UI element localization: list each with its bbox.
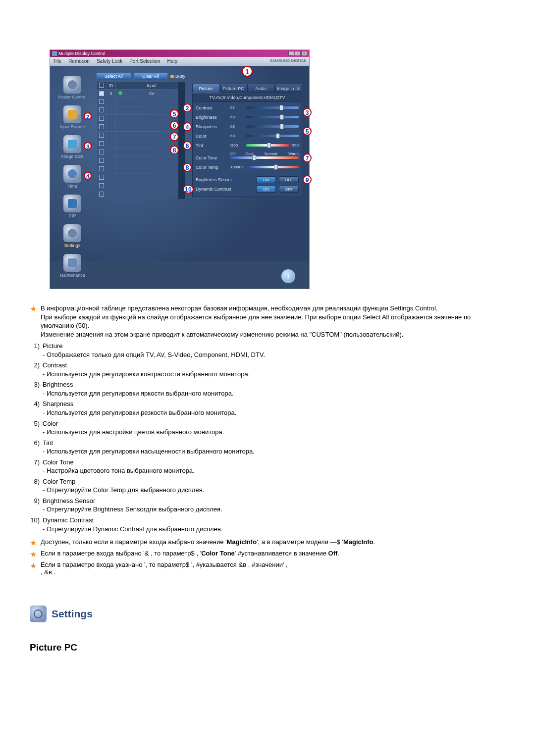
titlebar: Multiple Display Control _ □ × xyxy=(50,50,309,57)
table-row[interactable]: ✓0AV xyxy=(97,90,178,98)
checkbox[interactable] xyxy=(99,183,104,188)
checkbox[interactable] xyxy=(99,166,104,171)
star-icon: ★ xyxy=(30,538,37,548)
checkbox[interactable] xyxy=(99,175,104,180)
table-row[interactable] xyxy=(97,123,178,131)
checkbox[interactable] xyxy=(99,192,104,197)
col-input: Input xyxy=(125,82,178,89)
info-icon[interactable]: i xyxy=(281,269,295,283)
checkbox[interactable] xyxy=(99,150,104,154)
col-id: ID xyxy=(107,82,115,89)
badge-2: 2 xyxy=(84,112,92,120)
display-list: Select All Clear All Busy IDInput ✓0AV xyxy=(95,66,187,261)
tint-slider[interactable] xyxy=(246,144,289,147)
row-bsensor: Brightness Sensor ON OFF 9 xyxy=(196,175,299,184)
checkbox[interactable] xyxy=(99,99,104,104)
table-row[interactable] xyxy=(97,106,178,114)
busy-indicator: Busy xyxy=(170,74,185,79)
menu-portselection[interactable]: Port Selection xyxy=(126,57,163,66)
input-icon xyxy=(63,105,81,123)
select-all-button[interactable]: Select All xyxy=(97,73,131,80)
sidebar-item-imagesize[interactable]: Image Size 3 xyxy=(52,135,93,159)
checkbox[interactable]: ✓ xyxy=(99,91,104,96)
close-button[interactable]: × xyxy=(301,51,307,56)
menu-help[interactable]: Help xyxy=(163,57,181,66)
color-slider[interactable] xyxy=(246,135,299,137)
table-row[interactable] xyxy=(97,115,178,123)
badge-1: 1 xyxy=(242,66,253,77)
tab-picturepc[interactable]: Picture PC xyxy=(220,84,248,93)
time-icon xyxy=(63,165,81,183)
table-row[interactable] xyxy=(97,149,178,156)
sharpness-slider[interactable] xyxy=(246,125,299,128)
settings-icon xyxy=(63,224,81,242)
badge-3: 3 xyxy=(84,142,92,150)
table-row[interactable] xyxy=(97,98,178,106)
sidebar-item-settings[interactable]: Settings xyxy=(52,224,93,248)
table-row[interactable] xyxy=(97,165,178,173)
row-colortemp: 8 Color Temp 10000K xyxy=(196,162,299,172)
checkbox[interactable] xyxy=(99,107,104,112)
bsensor-on[interactable]: ON xyxy=(256,176,276,183)
badge-4: 4 xyxy=(84,172,92,180)
checkbox[interactable] xyxy=(99,141,104,146)
menu-remocon[interactable]: Remocon xyxy=(65,57,93,66)
clear-all-button[interactable]: Clear All xyxy=(134,73,168,80)
tab-imagelock[interactable]: Image Lock xyxy=(275,84,303,93)
row-dcontrast: 10 Dynamic Contrast ON OFF xyxy=(196,184,299,194)
brightness-slider[interactable] xyxy=(246,116,299,118)
maximize-button[interactable]: □ xyxy=(295,51,301,56)
minimize-button[interactable]: _ xyxy=(288,51,294,56)
imagesize-icon xyxy=(63,135,81,153)
checkbox[interactable] xyxy=(99,124,104,129)
checkbox[interactable] xyxy=(99,116,104,121)
badge-5: 5 xyxy=(170,109,179,118)
checkbox[interactable] xyxy=(99,133,104,138)
settings-section-icon xyxy=(30,605,47,622)
sidebar: Power Control Input Source 2 Image Size … xyxy=(50,66,95,261)
star-icon: ★ xyxy=(30,550,37,559)
notes: ★ Доступен, только если в параметре вход… xyxy=(30,538,505,576)
row-color: Color 60 xyxy=(196,131,299,141)
colortemp-slider[interactable] xyxy=(249,166,299,168)
checkbox-header[interactable] xyxy=(99,83,104,88)
table-row[interactable] xyxy=(97,182,178,190)
tab-audio[interactable]: Audio xyxy=(247,84,275,93)
menu-file[interactable]: File xyxy=(50,57,65,66)
table-row[interactable] xyxy=(97,191,178,199)
brand: SAMSUNG DIGITAll xyxy=(267,57,309,66)
row-sharpness: 4 Sharpness 68 5 xyxy=(196,122,299,131)
sidebar-item-pip[interactable]: PIP xyxy=(52,195,93,218)
row-colortone: Color Tone Off Cool Normal Warm 7 xyxy=(196,153,299,162)
settings-heading: Settings xyxy=(30,605,505,622)
sidebar-item-power[interactable]: Power Control xyxy=(52,76,93,100)
colortone-slider[interactable] xyxy=(230,156,299,159)
bsensor-off[interactable]: OFF xyxy=(279,176,299,183)
dcontrast-off[interactable]: OFF xyxy=(279,186,299,193)
scrollbar[interactable] xyxy=(178,82,185,199)
table-row[interactable] xyxy=(97,157,178,165)
sidebar-item-input[interactable]: Input Source 2 xyxy=(52,105,93,129)
status-dot xyxy=(118,91,122,95)
numbered-list: 1)Picture- Отображается только для опций… xyxy=(30,342,505,533)
settings-panel: 1 Picture Picture PC Audio Image Lock TV… xyxy=(187,66,309,261)
row-brightness: Brightness 68 xyxy=(196,112,299,122)
pip-icon xyxy=(63,195,81,212)
dcontrast-on[interactable]: ON xyxy=(256,186,276,193)
app-window: Multiple Display Control _ □ × File Remo… xyxy=(50,50,310,289)
checkbox[interactable] xyxy=(99,158,104,163)
contrast-slider[interactable] xyxy=(246,106,299,109)
badge-8: 8 xyxy=(170,146,179,154)
app-icon xyxy=(52,51,57,56)
table-row[interactable] xyxy=(97,132,178,140)
badge-7: 7 xyxy=(170,132,179,141)
footer: i xyxy=(50,261,309,289)
menubar: File Remocon Safety Lock Port Selection … xyxy=(50,57,309,66)
menu-safetylock[interactable]: Safety Lock xyxy=(93,57,126,66)
star-icon: ★ xyxy=(30,561,37,576)
table-row[interactable] xyxy=(97,140,178,148)
tab-picture[interactable]: Picture xyxy=(192,84,220,93)
sidebar-item-time[interactable]: Time 4 xyxy=(52,165,93,189)
table-row[interactable] xyxy=(97,174,178,182)
intro-text: В информационной таблице представлена не… xyxy=(41,304,505,339)
